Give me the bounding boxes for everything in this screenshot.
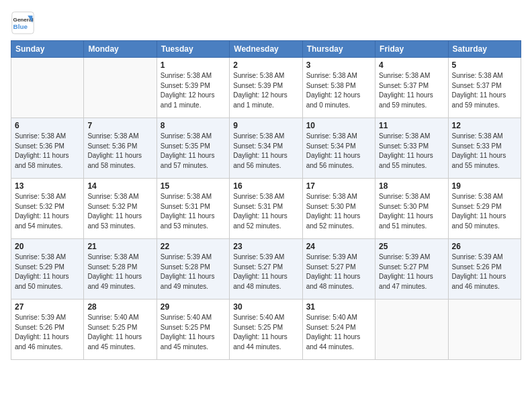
day-header-tuesday: Tuesday — [157, 41, 229, 58]
logo: General Blue — [11, 11, 35, 35]
day-info: Sunrise: 5:40 AM Sunset: 5:25 PM Dayligh… — [233, 313, 298, 352]
calendar-cell: 2Sunrise: 5:38 AM Sunset: 5:39 PM Daylig… — [230, 58, 302, 118]
day-info: Sunrise: 5:40 AM Sunset: 5:25 PM Dayligh… — [87, 313, 152, 352]
day-number: 5 — [452, 60, 517, 70]
day-info: Sunrise: 5:38 AM Sunset: 5:36 PM Dayligh… — [15, 132, 80, 171]
header-row: SundayMondayTuesdayWednesdayThursdayFrid… — [11, 41, 521, 58]
day-number: 19 — [452, 181, 517, 191]
day-info: Sunrise: 5:38 AM Sunset: 5:33 PM Dayligh… — [452, 132, 517, 171]
calendar-cell: 19Sunrise: 5:38 AM Sunset: 5:29 PM Dayli… — [448, 179, 521, 239]
week-row-2: 6Sunrise: 5:38 AM Sunset: 5:36 PM Daylig… — [11, 118, 521, 179]
week-row-1: 1Sunrise: 5:38 AM Sunset: 5:39 PM Daylig… — [11, 58, 521, 118]
calendar-cell: 25Sunrise: 5:39 AM Sunset: 5:27 PM Dayli… — [375, 239, 448, 300]
day-number: 4 — [379, 60, 444, 70]
calendar-cell — [375, 300, 448, 360]
day-number: 21 — [87, 242, 152, 251]
day-number: 25 — [379, 242, 444, 251]
day-number: 14 — [87, 181, 152, 191]
calendar-cell: 31Sunrise: 5:40 AM Sunset: 5:24 PM Dayli… — [302, 300, 375, 360]
day-info: Sunrise: 5:38 AM Sunset: 5:37 PM Dayligh… — [379, 71, 444, 110]
calendar-cell: 8Sunrise: 5:38 AM Sunset: 5:35 PM Daylig… — [157, 118, 229, 179]
calendar-cell: 1Sunrise: 5:38 AM Sunset: 5:39 PM Daylig… — [157, 58, 229, 118]
day-number: 16 — [233, 181, 298, 191]
day-info: Sunrise: 5:39 AM Sunset: 5:27 PM Dayligh… — [233, 253, 298, 291]
day-header-monday: Monday — [84, 41, 157, 58]
day-number: 20 — [15, 242, 80, 251]
day-number: 23 — [233, 242, 298, 251]
day-header-friday: Friday — [375, 41, 448, 58]
logo-icon: General Blue — [11, 11, 35, 35]
calendar-cell: 22Sunrise: 5:39 AM Sunset: 5:28 PM Dayli… — [157, 239, 229, 300]
calendar-cell — [11, 58, 84, 118]
day-number: 10 — [306, 121, 371, 130]
calendar-cell: 26Sunrise: 5:39 AM Sunset: 5:26 PM Dayli… — [448, 239, 521, 300]
week-row-4: 20Sunrise: 5:38 AM Sunset: 5:29 PM Dayli… — [11, 239, 521, 300]
day-number: 30 — [233, 302, 298, 312]
calendar-cell: 10Sunrise: 5:38 AM Sunset: 5:34 PM Dayli… — [302, 118, 375, 179]
calendar-cell: 24Sunrise: 5:39 AM Sunset: 5:27 PM Dayli… — [302, 239, 375, 300]
calendar-cell — [84, 58, 157, 118]
day-info: Sunrise: 5:38 AM Sunset: 5:32 PM Dayligh… — [87, 192, 152, 231]
calendar-cell: 23Sunrise: 5:39 AM Sunset: 5:27 PM Dayli… — [230, 239, 302, 300]
day-header-thursday: Thursday — [302, 41, 375, 58]
day-number: 12 — [452, 121, 517, 130]
day-number: 29 — [161, 302, 226, 312]
calendar-cell: 27Sunrise: 5:39 AM Sunset: 5:26 PM Dayli… — [11, 300, 84, 360]
day-number: 17 — [306, 181, 371, 191]
day-number: 27 — [15, 302, 80, 312]
day-info: Sunrise: 5:38 AM Sunset: 5:34 PM Dayligh… — [306, 132, 371, 171]
calendar-cell: 16Sunrise: 5:38 AM Sunset: 5:31 PM Dayli… — [230, 179, 302, 239]
week-row-5: 27Sunrise: 5:39 AM Sunset: 5:26 PM Dayli… — [11, 300, 521, 360]
day-info: Sunrise: 5:38 AM Sunset: 5:35 PM Dayligh… — [161, 132, 226, 171]
calendar-cell — [448, 300, 521, 360]
day-info: Sunrise: 5:38 AM Sunset: 5:32 PM Dayligh… — [15, 192, 80, 231]
day-number: 26 — [452, 242, 517, 251]
day-info: Sunrise: 5:39 AM Sunset: 5:28 PM Dayligh… — [161, 253, 226, 291]
day-number: 18 — [379, 181, 444, 191]
day-number: 22 — [161, 242, 226, 251]
calendar-cell: 9Sunrise: 5:38 AM Sunset: 5:34 PM Daylig… — [230, 118, 302, 179]
day-info: Sunrise: 5:39 AM Sunset: 5:27 PM Dayligh… — [379, 253, 444, 291]
day-info: Sunrise: 5:38 AM Sunset: 5:31 PM Dayligh… — [161, 192, 226, 231]
day-info: Sunrise: 5:38 AM Sunset: 5:31 PM Dayligh… — [233, 192, 298, 231]
calendar-cell: 12Sunrise: 5:38 AM Sunset: 5:33 PM Dayli… — [448, 118, 521, 179]
calendar-cell: 21Sunrise: 5:38 AM Sunset: 5:28 PM Dayli… — [84, 239, 157, 300]
day-info: Sunrise: 5:38 AM Sunset: 5:37 PM Dayligh… — [452, 71, 517, 110]
day-number: 3 — [306, 60, 371, 70]
day-info: Sunrise: 5:38 AM Sunset: 5:29 PM Dayligh… — [452, 192, 517, 231]
day-info: Sunrise: 5:38 AM Sunset: 5:28 PM Dayligh… — [87, 253, 152, 291]
calendar-cell: 18Sunrise: 5:38 AM Sunset: 5:30 PM Dayli… — [375, 179, 448, 239]
calendar-cell: 14Sunrise: 5:38 AM Sunset: 5:32 PM Dayli… — [84, 179, 157, 239]
calendar-cell: 3Sunrise: 5:38 AM Sunset: 5:38 PM Daylig… — [302, 58, 375, 118]
day-header-sunday: Sunday — [11, 41, 84, 58]
day-number: 24 — [306, 242, 371, 251]
page-header: General Blue — [11, 11, 521, 35]
day-info: Sunrise: 5:39 AM Sunset: 5:27 PM Dayligh… — [306, 253, 371, 291]
calendar-cell: 7Sunrise: 5:38 AM Sunset: 5:36 PM Daylig… — [84, 118, 157, 179]
calendar-cell: 11Sunrise: 5:38 AM Sunset: 5:33 PM Dayli… — [375, 118, 448, 179]
calendar-cell: 15Sunrise: 5:38 AM Sunset: 5:31 PM Dayli… — [157, 179, 229, 239]
calendar-cell: 6Sunrise: 5:38 AM Sunset: 5:36 PM Daylig… — [11, 118, 84, 179]
day-info: Sunrise: 5:38 AM Sunset: 5:29 PM Dayligh… — [15, 253, 80, 291]
calendar-cell: 28Sunrise: 5:40 AM Sunset: 5:25 PM Dayli… — [84, 300, 157, 360]
day-info: Sunrise: 5:38 AM Sunset: 5:39 PM Dayligh… — [233, 71, 298, 110]
day-number: 28 — [87, 302, 152, 312]
day-info: Sunrise: 5:38 AM Sunset: 5:33 PM Dayligh… — [379, 132, 444, 171]
week-row-3: 13Sunrise: 5:38 AM Sunset: 5:32 PM Dayli… — [11, 179, 521, 239]
day-info: Sunrise: 5:40 AM Sunset: 5:25 PM Dayligh… — [161, 313, 226, 352]
calendar-cell: 5Sunrise: 5:38 AM Sunset: 5:37 PM Daylig… — [448, 58, 521, 118]
day-info: Sunrise: 5:39 AM Sunset: 5:26 PM Dayligh… — [452, 253, 517, 291]
day-number: 1 — [161, 60, 226, 70]
day-info: Sunrise: 5:40 AM Sunset: 5:24 PM Dayligh… — [306, 313, 371, 352]
day-number: 31 — [306, 302, 371, 312]
day-info: Sunrise: 5:38 AM Sunset: 5:30 PM Dayligh… — [379, 192, 444, 231]
day-info: Sunrise: 5:38 AM Sunset: 5:36 PM Dayligh… — [87, 132, 152, 171]
day-info: Sunrise: 5:38 AM Sunset: 5:38 PM Dayligh… — [306, 71, 371, 110]
day-number: 15 — [161, 181, 226, 191]
day-number: 11 — [379, 121, 444, 130]
day-number: 9 — [233, 121, 298, 130]
day-number: 6 — [15, 121, 80, 130]
day-number: 7 — [87, 121, 152, 130]
day-info: Sunrise: 5:39 AM Sunset: 5:26 PM Dayligh… — [15, 313, 80, 352]
day-info: Sunrise: 5:38 AM Sunset: 5:34 PM Dayligh… — [233, 132, 298, 171]
